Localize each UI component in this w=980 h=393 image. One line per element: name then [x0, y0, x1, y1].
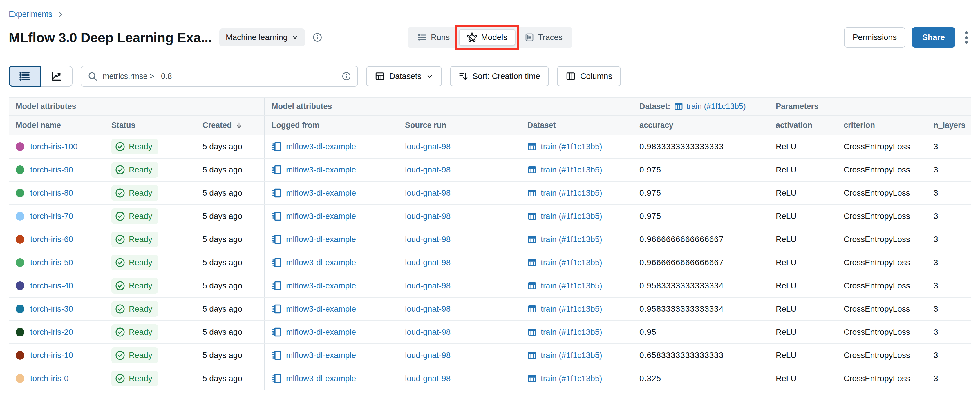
- logged-from-link[interactable]: mlflow3-dl-example: [286, 212, 356, 221]
- column-header-n-layers[interactable]: n_layers: [927, 121, 971, 130]
- info-icon[interactable]: [312, 32, 322, 42]
- model-name-cell: torch-iris-100: [9, 135, 105, 158]
- logged-from-link[interactable]: mlflow3-dl-example: [286, 258, 356, 267]
- list-view-button[interactable]: [9, 66, 41, 87]
- dataset-link[interactable]: train (#1f1c13b5): [541, 374, 602, 383]
- model-name-link[interactable]: torch-iris-0: [30, 374, 68, 383]
- logged-from-link[interactable]: mlflow3-dl-example: [286, 328, 356, 337]
- source-run-link[interactable]: loud-gnat-98: [405, 281, 450, 290]
- status-cell: Ready: [105, 298, 196, 320]
- activation-cell: ReLU: [769, 158, 837, 181]
- dataset-link[interactable]: train (#1f1c13b5): [541, 212, 602, 221]
- dataset-link[interactable]: train (#1f1c13b5): [541, 235, 602, 244]
- status-label: Ready: [129, 328, 152, 337]
- source-run-link[interactable]: loud-gnat-98: [405, 165, 450, 174]
- tab-models[interactable]: Models: [459, 29, 515, 46]
- source-run-link[interactable]: loud-gnat-98: [405, 142, 450, 151]
- column-header-source-run[interactable]: Source run: [398, 121, 520, 130]
- share-button[interactable]: Share: [912, 27, 955, 48]
- source-run-link[interactable]: loud-gnat-98: [405, 258, 450, 267]
- model-name-link[interactable]: torch-iris-100: [30, 142, 78, 151]
- tab-runs[interactable]: Runs: [410, 29, 457, 46]
- chart-view-button[interactable]: [41, 66, 73, 87]
- column-header-dataset[interactable]: Dataset: [520, 116, 632, 135]
- column-header-status[interactable]: Status: [105, 121, 196, 130]
- tab-traces-label: Traces: [538, 33, 563, 42]
- model-name-link[interactable]: torch-iris-20: [30, 328, 73, 337]
- column-header-criterion[interactable]: criterion: [837, 121, 927, 130]
- created-cell: 5 days ago: [196, 274, 264, 297]
- source-run-link[interactable]: loud-gnat-98: [405, 328, 450, 337]
- column-header-logged-from[interactable]: Logged from: [264, 121, 398, 130]
- tab-models-label: Models: [481, 33, 507, 42]
- status-cell: Ready: [105, 274, 196, 297]
- logged-from-link[interactable]: mlflow3-dl-example: [286, 374, 356, 383]
- columns-button[interactable]: Columns: [557, 66, 621, 86]
- column-header-accuracy[interactable]: accuracy: [632, 121, 769, 130]
- datasets-table-icon: [375, 71, 385, 81]
- logged-from-cell: mlflow3-dl-example: [264, 228, 398, 251]
- search-box[interactable]: metrics.rmse >= 0.8: [81, 66, 358, 87]
- logged-from-link[interactable]: mlflow3-dl-example: [286, 304, 356, 314]
- dataset-cell: train (#1f1c13b5): [520, 274, 632, 297]
- dataset-link[interactable]: train (#1f1c13b5): [541, 328, 602, 337]
- created-cell: 5 days ago: [196, 298, 264, 320]
- logged-from-cell: mlflow3-dl-example: [264, 344, 398, 367]
- tab-traces[interactable]: Traces: [517, 29, 570, 46]
- source-run-link[interactable]: loud-gnat-98: [405, 189, 450, 198]
- experiment-domain-tag[interactable]: Machine learning: [220, 29, 305, 46]
- table-row: torch-iris-20 Ready 5 days ago mlflow3-d…: [9, 321, 971, 344]
- dataset-link[interactable]: train (#1f1c13b5): [541, 189, 602, 198]
- model-name-link[interactable]: torch-iris-10: [30, 351, 73, 360]
- logged-from-link[interactable]: mlflow3-dl-example: [286, 351, 356, 360]
- model-name-cell: torch-iris-30: [9, 298, 105, 320]
- model-name-link[interactable]: torch-iris-40: [30, 281, 73, 290]
- dataset-link[interactable]: train (#1f1c13b5): [541, 258, 602, 267]
- notebook-icon: [272, 373, 282, 384]
- search-info-icon[interactable]: [342, 71, 351, 81]
- accuracy-cell: 0.9583333333333334: [632, 298, 769, 320]
- dataset-cell: train (#1f1c13b5): [520, 344, 632, 367]
- dataset-link[interactable]: train (#1f1c13b5): [541, 165, 602, 174]
- permissions-button[interactable]: Permissions: [844, 27, 905, 48]
- logged-from-link[interactable]: mlflow3-dl-example: [286, 189, 356, 198]
- notebook-icon: [272, 165, 282, 175]
- header-divider: [0, 58, 980, 58]
- dataset-link[interactable]: train (#1f1c13b5): [541, 351, 602, 360]
- model-name-cell: torch-iris-20: [9, 321, 105, 344]
- source-run-link[interactable]: loud-gnat-98: [405, 235, 450, 244]
- dataset-link[interactable]: train (#1f1c13b5): [541, 142, 602, 151]
- status-badge: Ready: [111, 347, 158, 363]
- model-name-link[interactable]: torch-iris-50: [30, 258, 73, 267]
- logged-from-link[interactable]: mlflow3-dl-example: [286, 235, 356, 244]
- check-circle-icon: [115, 211, 125, 222]
- breadcrumb-experiments-link[interactable]: Experiments: [9, 10, 52, 19]
- search-input[interactable]: metrics.rmse >= 0.8: [103, 72, 337, 81]
- model-name-link[interactable]: torch-iris-90: [30, 165, 73, 174]
- model-name-link[interactable]: torch-iris-30: [30, 304, 73, 314]
- datasets-button[interactable]: Datasets: [366, 66, 442, 86]
- column-header-activation[interactable]: activation: [769, 121, 837, 130]
- model-name-link[interactable]: torch-iris-60: [30, 235, 73, 244]
- group-dataset-link[interactable]: train (#1f1c13b5): [687, 102, 746, 111]
- model-name-link[interactable]: torch-iris-80: [30, 189, 73, 198]
- check-circle-icon: [115, 350, 125, 361]
- model-name-link[interactable]: torch-iris-70: [30, 212, 73, 221]
- dataset-cell: train (#1f1c13b5): [520, 135, 632, 158]
- column-header-created[interactable]: Created: [196, 116, 264, 135]
- column-header-model-name[interactable]: Model name: [9, 121, 105, 130]
- sort-button[interactable]: Sort: Creation time: [450, 66, 549, 86]
- dataset-link[interactable]: train (#1f1c13b5): [541, 304, 602, 314]
- overflow-menu-button[interactable]: [962, 27, 971, 48]
- source-run-link[interactable]: loud-gnat-98: [405, 304, 450, 314]
- dataset-link[interactable]: train (#1f1c13b5): [541, 281, 602, 290]
- source-run-cell: loud-gnat-98: [398, 135, 520, 158]
- source-run-link[interactable]: loud-gnat-98: [405, 212, 450, 221]
- model-name-cell: torch-iris-60: [9, 228, 105, 251]
- dataset-table-icon: [527, 212, 537, 221]
- logged-from-link[interactable]: mlflow3-dl-example: [286, 281, 356, 290]
- source-run-link[interactable]: loud-gnat-98: [405, 374, 450, 383]
- source-run-link[interactable]: loud-gnat-98: [405, 351, 450, 360]
- logged-from-link[interactable]: mlflow3-dl-example: [286, 165, 356, 174]
- logged-from-link[interactable]: mlflow3-dl-example: [286, 142, 356, 151]
